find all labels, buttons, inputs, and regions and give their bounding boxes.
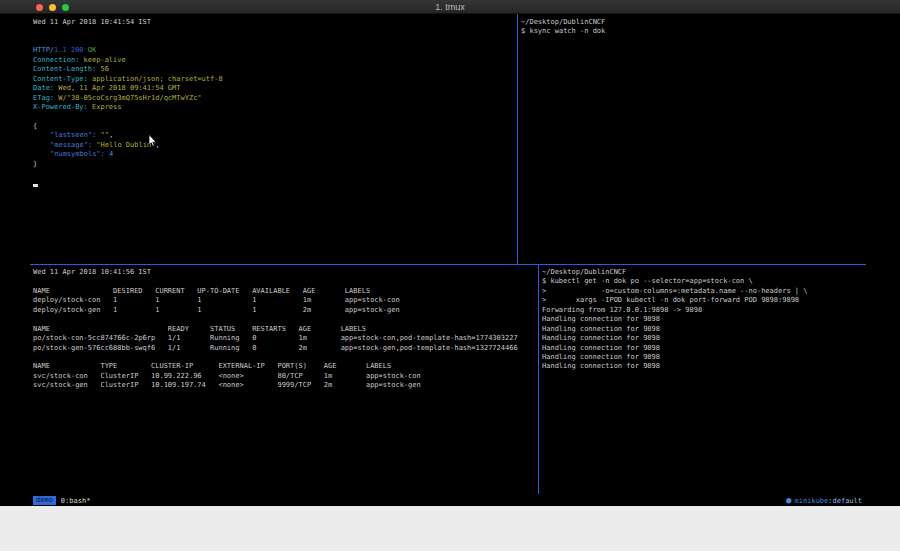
command-line: $ ksync watch -n dok [521, 27, 862, 36]
http-status-line: HTTP/1.1 200OK [33, 46, 513, 55]
minimize-button[interactable] [49, 4, 56, 11]
terminal-line: NAME TYPE CLUSTER-IP EXTERNAL-IP PORT(S)… [33, 362, 535, 371]
http-version-status: 1.1 200 [54, 46, 84, 54]
json-close-brace: } [33, 160, 513, 169]
blank-line [33, 169, 513, 178]
zoom-button[interactable] [62, 4, 69, 11]
pane-border-horizontal[interactable] [30, 264, 866, 265]
pane-port-forward[interactable]: ~/Desktop/DublinCNCF $ kubectl get -n do… [542, 268, 864, 372]
blank-line [33, 112, 513, 121]
terminal-line: NAME READY STATUS RESTARTS AGE LABELS [33, 325, 535, 334]
terminal-line: deploy/stock-con 1 1 1 1 1m app=stock-co… [33, 296, 535, 305]
terminal-line: NAME DESIRED CURRENT UP-TO-DATE AVAILABL… [33, 287, 535, 296]
services-table: NAME TYPE CLUSTER-IP EXTERNAL-IP PORT(S)… [33, 362, 535, 390]
http-protocol: HTTP/ [33, 46, 54, 54]
window-title: 1. tmux [0, 0, 900, 14]
header-name: X-Powered-By: [33, 103, 88, 111]
response-header-line: ETag:W/"38-05coCsrg3mQ75sHr1d/qcMTwYZc" [33, 94, 513, 103]
header-name: Date: [33, 84, 54, 92]
terminal-line: po/stock-gen-576cc688bb-swqf6 1/1 Runnin… [33, 344, 535, 353]
json-value: "" [101, 131, 109, 139]
pane-border-vertical-bottom[interactable] [538, 265, 539, 494]
tmux-session: Wed 11 Apr 2018 10:41:54 IST HTTP/1.1 20… [30, 14, 866, 506]
port-forward-output: $ kubectl get -n dok po --selector=app=s… [542, 277, 864, 371]
json-separator: , [109, 131, 113, 139]
close-button[interactable] [36, 4, 43, 11]
blank-line [33, 27, 513, 36]
header-name: Content-Length: [33, 65, 96, 73]
json-key: "numsymbols": [50, 150, 105, 158]
header-value: keep-alive [84, 56, 126, 64]
window-titlebar[interactable]: 1. tmux [0, 0, 900, 14]
terminal-line: Handling connection for 9898 [542, 334, 864, 343]
screen: 1. tmux Wed 11 Apr 2018 10:41:54 IST HTT… [0, 0, 900, 555]
terminal-line: $ kubectl get -n dok po --selector=app=s… [542, 277, 864, 286]
response-header-line: Content-Length:56 [33, 65, 513, 74]
pane-http-response[interactable]: Wed 11 Apr 2018 10:41:54 IST HTTP/1.1 20… [33, 18, 513, 188]
cursor-line [33, 178, 513, 187]
terminal-line: Handling connection for 9898 [542, 325, 864, 334]
terminal-line: Handling connection for 9898 [542, 315, 864, 324]
pane-ksync-watch[interactable]: ~/Desktop/DublinCNCF $ ksync watch -n do… [521, 18, 862, 37]
pane-border-vertical-top[interactable] [517, 14, 518, 264]
json-open-brace: { [33, 122, 513, 131]
terminal-line: svc/stock-gen ClusterIP 10.109.197.74 <n… [33, 381, 535, 390]
header-value: W/"38-05coCsrg3mQ75sHr1d/qcMTwYZc" [58, 94, 201, 102]
header-value: application/json; charset=utf-8 [92, 75, 223, 83]
terminal-line: po/stock-con-5cc874766c-2p6rp 1/1 Runnin… [33, 334, 535, 343]
header-value: Express [92, 103, 122, 111]
json-key: "message": [50, 141, 92, 149]
json-field-lastseen: "lastseen":"", [33, 131, 513, 140]
pane-kubectl-get[interactable]: Wed 11 Apr 2018 10:41:56 IST NAME DESIRE… [33, 268, 535, 391]
terminal-line: deploy/stock-gen 1 1 1 1 2m app=stock-ge… [33, 306, 535, 315]
cwd-line: ~/Desktop/DublinCNCF [542, 268, 864, 277]
pane-timestamp: Wed 11 Apr 2018 10:41:54 IST [33, 18, 513, 27]
pane-timestamp: Wed 11 Apr 2018 10:41:56 IST [33, 268, 535, 277]
pods-table: NAME READY STATUS RESTARTS AGE LABELSpo/… [33, 325, 535, 353]
response-header-line: Date:Wed, 11 Apr 2018 09:41:54 GMT [33, 84, 513, 93]
terminal-cursor [33, 184, 38, 187]
mouse-cursor [148, 134, 157, 147]
terminal-line: svc/stock-con ClusterIP 10.99.222.96 <no… [33, 372, 535, 381]
terminal-line: Forwarding from 127.0.0.1:9898 -> 9898 [542, 306, 864, 315]
terminal-line: Handling connection for 9898 [542, 344, 864, 353]
blank-line [33, 353, 535, 362]
header-value: Wed, 11 Apr 2018 09:41:54 GMT [58, 84, 180, 92]
json-field-message: "message":"Hello Dublin", [33, 141, 513, 150]
blank-line [33, 315, 535, 324]
kube-context-name: minikube [795, 497, 829, 505]
header-name: Content-Type: [33, 75, 88, 83]
terminal-line: Handling connection for 9898 [542, 353, 864, 362]
json-value: 4 [109, 150, 113, 158]
json-field-numsymbols: "numsymbols":4 [33, 150, 513, 159]
header-name: Connection: [33, 56, 79, 64]
window-controls [36, 0, 69, 14]
minikube-icon: ⬢ [785, 497, 791, 505]
desktop-background-strip [0, 506, 900, 551]
blank-line [33, 277, 535, 286]
response-header-line: Content-Type:application/json; charset=u… [33, 75, 513, 84]
terminal-line: > xargs -IPOD kubectl -n dok port-forwar… [542, 296, 864, 305]
cwd-line: ~/Desktop/DublinCNCF [521, 18, 862, 27]
tmux-status-bar: demo 0:bash* ⬢ minikube :default [30, 495, 866, 506]
window-tab-bash[interactable]: 0:bash* [61, 497, 91, 505]
kube-context-namespace: :default [828, 497, 862, 505]
json-key: "lastseen": [50, 131, 96, 139]
header-value: 56 [100, 65, 108, 73]
terminal-line: > -o=custom-columns=:metadata.name --no-… [542, 287, 864, 296]
terminal-line: Handling connection for 9898 [542, 362, 864, 371]
deployments-table: NAME DESIRED CURRENT UP-TO-DATE AVAILABL… [33, 287, 535, 315]
json-value: "Hello Dublin" [96, 141, 155, 149]
desktop-background-edge [0, 551, 900, 555]
response-header-line: X-Powered-By:Express [33, 103, 513, 112]
http-reason: OK [88, 46, 96, 54]
session-name-badge: demo [33, 496, 56, 505]
blank-line [33, 37, 513, 46]
header-name: ETag: [33, 94, 54, 102]
response-header-line: Connection:keep-alive [33, 56, 513, 65]
